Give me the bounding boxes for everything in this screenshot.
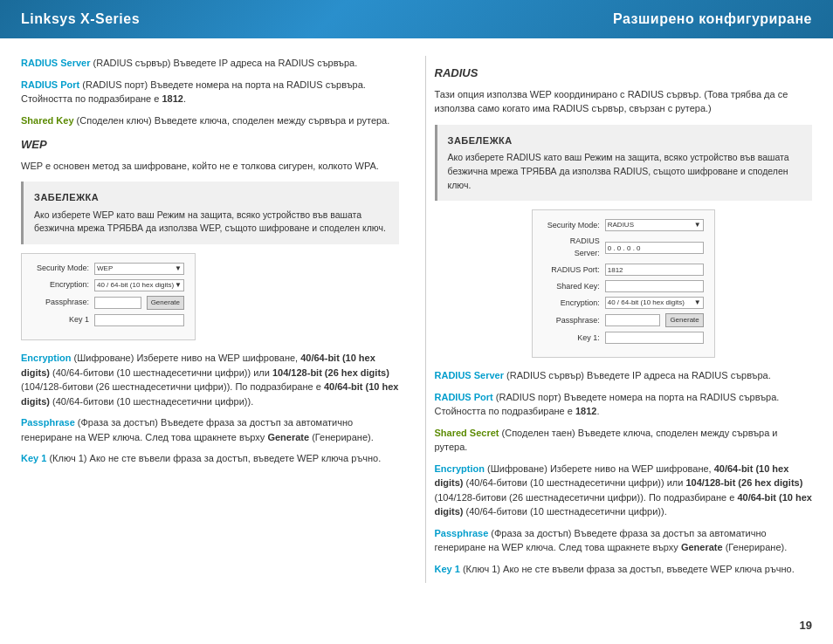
r-key1-text: (Ключ 1) Ако не сте въвели фраза за дост… [463, 564, 795, 574]
left-column: RADIUS Server (RADIUS сървър) Въведете I… [21, 56, 408, 583]
encryption-text1: (Шифроване) Изберете ниво на WEP шифрова… [74, 353, 301, 363]
ui-passphrase-row: Passphrase: Generate [32, 296, 184, 310]
r-ui-security-label: Security Mode: [543, 220, 600, 232]
r-encryption-bold2: 104/128-bit (26 hex digits) [685, 477, 802, 488]
r-ui-shared-key-label: Shared Key: [543, 281, 600, 293]
ui-passphrase-label: Passphrase: [32, 297, 89, 309]
shared-key-label: Shared Key [21, 115, 74, 126]
ui-encryption-row: Encryption: 40 / 64-bit (10 hex digits) … [32, 279, 184, 291]
r-radius-server-para: RADIUS Server (RADIUS сървър) Въведете I… [435, 368, 813, 383]
header: Linksys X-Series Разширено конфигуриране [0, 0, 833, 38]
r-encryption-para: Encryption (Шифроване) Изберете ниво на … [435, 462, 813, 519]
r-ui-radius-server-label: RADIUS Server: [543, 236, 600, 259]
r-ui-encryption-value: 40 / 64-bit (10 hex digits) [608, 298, 685, 308]
r-ui-key1-input[interactable] [605, 332, 704, 344]
wep-note-box: ЗАБЕЛЕЖКА Ако изберете WEP като ваш Режи… [21, 182, 399, 244]
r-ui-security-select[interactable]: RADIUS ▼ [605, 219, 704, 231]
ui-security-label: Security Mode: [32, 263, 89, 275]
r-radius-port-bold: 1812 [575, 406, 596, 416]
r-ui-shared-key-row: Shared Key: [543, 280, 704, 292]
passphrase-label: Passphrase [21, 417, 75, 428]
encryption-text4: (40/64-битови (10 шестнадесетични цифри)… [52, 396, 253, 407]
r-ui-radius-server-row: RADIUS Server: 0 . 0 . 0 . 0 [543, 236, 704, 259]
wep-note-text: Ако изберете WEP като ваш Режим на защит… [34, 209, 386, 234]
ui-passphrase-input[interactable] [94, 297, 141, 309]
ui-security-value: WEP [97, 264, 113, 274]
radius-port-para: RADIUS Port (RADIUS порт) Въведете номер… [21, 78, 399, 106]
r-ui-encryption-label: Encryption: [543, 298, 600, 310]
r-passphrase-text2: (Генериране). [726, 542, 788, 552]
radius-note-box: ЗАБЕЛЕЖКА Ако изберете RADIUS като ваш Р… [435, 125, 813, 202]
ui-encryption-chevron: ▼ [175, 280, 182, 291]
radius-server-text: (RADIUS сървър) Въведете IP адреса на RA… [93, 58, 358, 68]
header-title-right: Разширено конфигуриране [613, 11, 812, 27]
r-encryption-label: Encryption [435, 463, 485, 474]
r-shared-secret-para: Shared Secret (Споделен таен) Въведете к… [435, 426, 813, 455]
right-column: RADIUS Тази опция използва WEP координир… [425, 56, 813, 583]
r-ui-shared-key-input[interactable] [605, 280, 704, 292]
r-ui-radius-server-input[interactable]: 0 . 0 . 0 . 0 [605, 242, 704, 254]
r-ui-key1-label: Key 1: [543, 332, 600, 345]
ui-encryption-value: 40 / 64-bit (10 hex digits) [97, 280, 174, 291]
r-shared-secret-label: Shared Secret [435, 428, 499, 438]
r-encryption-text3: (104/128-битови (26 шестнадесетични цифр… [435, 492, 735, 503]
ui-key1-input[interactable] [94, 314, 184, 326]
radius-note-title: ЗАБЕЛЕЖКА [448, 134, 802, 148]
radius-server-para: RADIUS Server (RADIUS сървър) Въведете I… [21, 56, 399, 71]
r-ui-radius-port-value: 1812 [606, 266, 623, 274]
r-encryption-text2: (40/64-битови (10 шестнадесетични цифри)… [466, 477, 684, 488]
key1-para: Key 1 (Ключ 1) Ако не сте въвели фраза з… [21, 451, 399, 466]
passphrase-bold: Generate [267, 432, 309, 442]
r-ui-generate-button[interactable]: Generate [665, 313, 703, 327]
r-key1-para: Key 1 (Ключ 1) Ако не сте въвели фраза з… [435, 562, 813, 577]
shared-key-para: Shared Key (Споделен ключ) Въведете ключ… [21, 113, 399, 128]
r-ui-passphrase-input[interactable] [605, 314, 661, 326]
r-passphrase-bold: Generate [681, 542, 723, 552]
ui-security-select[interactable]: WEP ▼ [94, 263, 184, 275]
ui-security-chevron: ▼ [175, 264, 182, 274]
passphrase-text2: (Генериране). [312, 432, 374, 442]
r-radius-server-label: RADIUS Server [435, 370, 504, 380]
ui-key1-label: Key 1 [32, 314, 89, 326]
radius-intro: Тази опция използва WEP координирано с R… [435, 87, 813, 116]
r-encryption-text4: (40/64-битови (10 шестнадесетични цифри)… [466, 506, 667, 517]
passphrase-para: Passphrase (Фраза за достъп) Въведете фр… [21, 415, 399, 444]
ui-generate-button[interactable]: Generate [147, 296, 184, 310]
ui-key1-row: Key 1 [32, 314, 184, 326]
r-radius-port-label: RADIUS Port [435, 392, 493, 402]
encryption-text2: (40/64-битови (10 шестнадесетични цифри)… [52, 367, 270, 378]
radius-port-label: RADIUS Port [21, 79, 79, 90]
r-radius-server-text: (RADIUS сървър) Въведете IP адреса на RA… [506, 370, 771, 380]
content-area: RADIUS Server (RADIUS сървър) Въведете I… [0, 38, 833, 600]
radius-port-bold: 1812 [162, 93, 182, 104]
encryption-text3: (104/128-битови (26 шестнадесетични цифр… [21, 381, 321, 392]
r-ui-radius-server-value: 0 . 0 . 0 . 0 [606, 244, 641, 252]
encryption-para: Encryption (Шифроване) Изберете ниво на … [21, 351, 399, 408]
wep-ui-mockup: Security Mode: WEP ▼ Encryption: 40 / 64… [21, 253, 196, 340]
radius-note-text: Ако изберете RADIUS като ваш Режим на за… [448, 152, 789, 190]
shared-key-text: (Споделен ключ) Въведете ключа, споделен… [77, 115, 390, 126]
r-ui-radius-port-input[interactable]: 1812 [605, 264, 704, 276]
ui-security-row: Security Mode: WEP ▼ [32, 263, 184, 275]
r-ui-encryption-select[interactable]: 40 / 64-bit (10 hex digits) ▼ [605, 297, 704, 309]
page-number: 19 [800, 619, 812, 632]
r-ui-encryption-chevron: ▼ [694, 298, 701, 308]
radius-server-label: RADIUS Server [21, 58, 90, 68]
ui-encryption-label: Encryption: [32, 279, 89, 291]
page-wrapper: Linksys X-Series Разширено конфигуриране… [0, 0, 833, 644]
header-title-left: Linksys X-Series [21, 11, 140, 27]
r-ui-radius-port-label: RADIUS Port: [543, 264, 600, 277]
key1-label: Key 1 [21, 453, 46, 463]
encryption-bold2: 104/128-bit (26 hex digits) [272, 367, 389, 378]
wep-note-title: ЗАБЕЛЕЖКА [34, 190, 389, 205]
r-passphrase-label: Passphrase [435, 528, 489, 538]
r-ui-security-chevron: ▼ [694, 220, 701, 230]
wep-description: WEP е основен метод за шифроване, който … [21, 159, 399, 174]
ui-encryption-select[interactable]: 40 / 64-bit (10 hex digits) ▼ [94, 279, 184, 291]
radius-section-title: RADIUS [435, 65, 813, 82]
r-radius-port-para: RADIUS Port (RADIUS порт) Въведете номер… [435, 390, 813, 419]
radius-ui-mockup: Security Mode: RADIUS ▼ RADIUS Server: 0… [532, 209, 715, 358]
r-ui-passphrase-row: Passphrase: Generate [543, 313, 704, 327]
r-ui-radius-port-row: RADIUS Port: 1812 [543, 264, 704, 276]
r-key1-label: Key 1 [435, 564, 460, 574]
